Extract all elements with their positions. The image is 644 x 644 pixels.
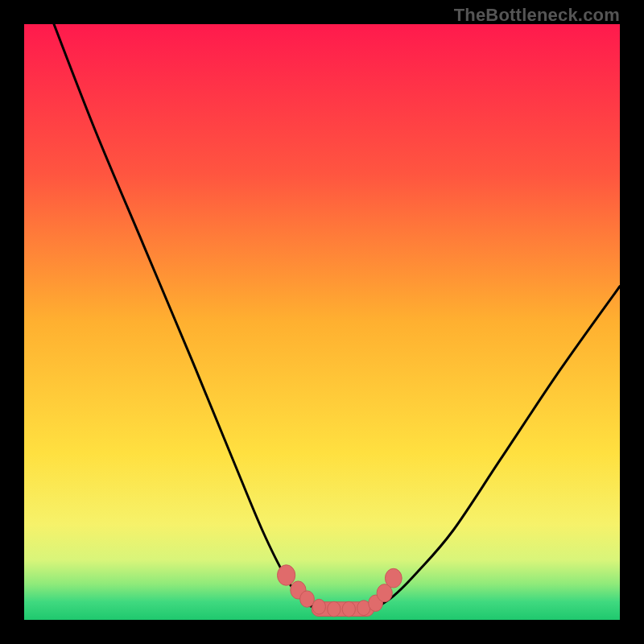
right-curve (376, 287, 620, 609)
marker-point (385, 568, 402, 588)
marker-point (278, 565, 295, 586)
marker-point (328, 601, 341, 617)
watermark-text: TheBottleneck.com (454, 5, 620, 26)
plot-area (24, 24, 620, 620)
marker-point (300, 591, 315, 607)
marker-group (278, 565, 402, 617)
left-curve (54, 24, 316, 608)
marker-point (342, 601, 355, 617)
curve-layer (24, 24, 620, 620)
marker-point (312, 599, 325, 614)
chart-frame: TheBottleneck.com (0, 0, 644, 644)
